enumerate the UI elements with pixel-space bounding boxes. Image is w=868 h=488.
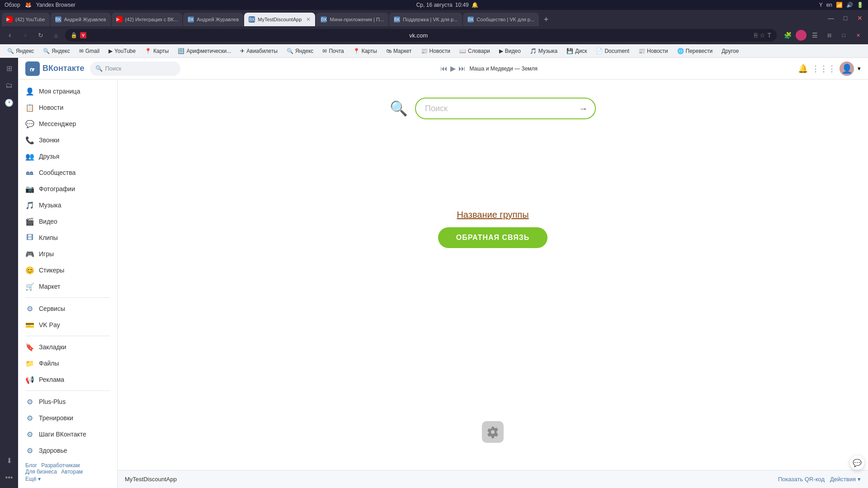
sidebar-item-files[interactable]: 📁 Файлы [18,355,117,371]
actions-button[interactable]: Действия ▾ [830,476,861,483]
sidebar-item-clips[interactable]: 🎞 Клипы [18,230,117,246]
star-icon[interactable]: ☆ [760,32,765,39]
sidebar-item-photos[interactable]: 📷 Фотографии [18,181,117,197]
tab-close-5[interactable]: ✕ [306,16,311,23]
profile-button[interactable] [796,30,807,41]
close-button[interactable]: ✕ [854,12,866,24]
minimize-tab-button[interactable]: ⊟ [823,29,835,42]
tab-integration[interactable]: ▶ (42) Интеграция с ВК... [112,13,183,26]
new-tab-button[interactable]: + [540,13,552,26]
minimize-button[interactable]: — [825,12,837,24]
sidebar-item-steps[interactable]: ⚙ Шаги ВКонтакте [18,426,117,442]
bookmark-arithm[interactable]: 🔢Арифметически... [174,47,235,55]
bookmark-yandex1[interactable]: 🔍Яндекс [4,47,38,55]
tab-community[interactable]: ВК Сообщество | VK для р... [463,13,539,26]
sidebar-item-bookmarks[interactable]: 🔖 Закладки [18,339,117,355]
app-footer: MyTestDiscountApp Показать QR-код Действ… [118,470,868,488]
notification-bell-icon[interactable]: 🔔 [472,2,478,8]
music-next-button[interactable]: ⏭ [458,65,466,73]
footer-link-business[interactable]: Для бизнеса [25,469,57,475]
vk-search-bar[interactable]: 🔍 Поиск [90,61,180,76]
close-win-button[interactable]: ✕ [852,29,864,42]
bookmark-gmail[interactable]: ✉Gmail [75,47,103,55]
bookmark-label-mail: Почта [329,48,344,54]
bookmark-disk[interactable]: 💾Диск [563,47,590,55]
sidebar-more-button[interactable]: Ещё ▾ [25,476,110,482]
vk-avatar[interactable]: 👤 [840,61,854,76]
side-tab-icon[interactable]: 🗂 [2,79,16,92]
app-group-name[interactable]: Название группы [457,210,528,220]
sidebar-item-video[interactable]: 🎬 Видео [18,213,117,230]
music-prev-button[interactable]: ⏮ [440,65,448,73]
vk-logo[interactable]: ВКонтакте [25,61,85,76]
settings-button[interactable]: ☰ [808,29,821,42]
sidebar-item-messenger[interactable]: 💬 Мессенджер [18,116,117,132]
side-download-icon[interactable]: ⬇ [2,454,16,467]
sidebar-item-communities[interactable]: 🏘 Сообщества [18,164,117,181]
bookmark-market[interactable]: 🛍Маркет [382,47,415,55]
footer-link-dev[interactable]: Разработчикам [41,462,80,469]
bookmark-maps2[interactable]: 📍Карты [349,47,381,55]
chat-button[interactable]: 💬 [850,455,864,470]
bookmark-maps1[interactable]: 📍Карты [141,47,172,55]
sidebar-item-vkpay[interactable]: 💳 VK Pay [18,317,117,333]
bookmark-doc[interactable]: 📄Document [592,47,633,55]
translate-icon[interactable]: T [767,32,771,39]
back-button[interactable]: ‹ [4,29,16,42]
bookmark-video[interactable]: ▶Видео [495,47,524,55]
sidebar-footer-links: Блог Разработчикам Для бизнеса Авторам [25,462,110,475]
sidebar-item-trainings[interactable]: ⚙ Тренировки [18,410,117,426]
music-play-button[interactable]: ▶ [450,64,456,73]
address-bar[interactable]: 🔒 V vk.com ⎘ ☆ T [65,29,777,42]
tab-youtube[interactable]: ▶ (42) YouTube [2,13,50,26]
sidebar-item-calls[interactable]: 📞 Звонки [18,132,117,148]
side-overview-icon[interactable]: ⊞ [2,61,16,75]
bookmark-icon-yandex2: 🔍 [43,48,50,54]
tab-mini-apps[interactable]: ВК Мини-приложения | П... [316,13,388,26]
tab-mytestdiscountapp[interactable]: ВК MyTestDiscountApp ✕ [244,13,315,26]
sidebar-item-games[interactable]: 🎮 Игры [18,246,117,262]
overview-label[interactable]: Обзор [5,2,20,8]
sidebar-item-news[interactable]: 📋 Новости [18,99,117,116]
bookmark-translate[interactable]: 🌐Перевести [674,47,717,55]
side-dots-icon[interactable]: ••• [2,471,16,484]
copy-icon[interactable]: ⎘ [754,32,758,39]
vk-bell-icon[interactable]: 🔔 [798,64,808,74]
bookmark-more[interactable]: Другое [718,47,742,55]
home-button[interactable]: ⌂ [50,29,62,42]
side-history-icon[interactable]: 🕐 [2,96,16,109]
maximize-button[interactable]: □ [839,12,852,24]
bookmark-mail[interactable]: ✉Почта [319,47,347,55]
bookmark-news2[interactable]: 📰Новости [635,47,671,55]
reload-button[interactable]: ↻ [34,29,47,42]
bookmark-dict[interactable]: 📖Словари [456,47,494,55]
tab-andrey1[interactable]: ВК Андрей Журавлев [51,13,111,26]
bookmark-youtube[interactable]: ▶YouTube [105,47,139,55]
bookmark-yandex3[interactable]: 🔍Яндекс [283,47,317,55]
maximize-win-button[interactable]: □ [837,29,850,42]
bookmark-flights[interactable]: ✈Авиабилеты [236,47,281,55]
sidebar-item-stickers[interactable]: 😊 Стикеры [18,262,117,278]
sidebar-item-ads[interactable]: 📢 Реклама [18,371,117,388]
app-feedback-button[interactable]: ОБРАТНАЯ СВЯЗЬ [438,227,548,248]
tab-support[interactable]: ВК Поддержка | VK для р... [389,13,462,26]
sidebar-item-health[interactable]: ⚙ Здоровье [18,442,117,459]
show-qr-link[interactable]: Показать QR-код [778,476,825,483]
sidebar-item-my-page[interactable]: 👤 Моя страница [18,83,117,99]
sidebar-item-plusplus[interactable]: ⚙ Plus-Plus [18,394,117,410]
vk-avatar-chevron-icon[interactable]: ▾ [858,65,861,72]
vk-grid-icon[interactable]: ⋮⋮⋮ [811,64,836,74]
forward-button[interactable]: › [19,29,32,42]
tab-andrey2[interactable]: ВК Андрей Журавлев [183,13,243,26]
footer-link-authors[interactable]: Авторам [61,469,83,475]
footer-link-blog[interactable]: Блог [25,462,37,469]
bookmark-news1[interactable]: 📰Новости [417,47,454,55]
extensions-button[interactable]: 🧩 [781,29,794,42]
sidebar-item-services[interactable]: ⚙ Сервисы [18,300,117,317]
app-search-input[interactable]: Поиск → [415,98,596,119]
bookmark-yandex2[interactable]: 🔍Яндекс [39,47,73,55]
sidebar-item-friends[interactable]: 👥 Друзья [18,148,117,164]
sidebar-item-market[interactable]: 🛒 Маркет [18,278,117,295]
sidebar-item-music[interactable]: 🎵 Музыка [18,197,117,213]
bookmark-music[interactable]: 🎵Музыка [526,47,561,55]
